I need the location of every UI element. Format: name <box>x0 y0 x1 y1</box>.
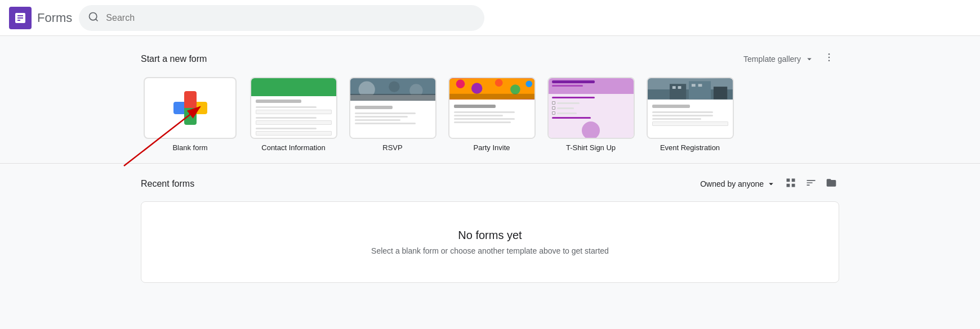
party-thumb <box>448 77 536 139</box>
empty-state: No forms yet Select a blank form or choo… <box>141 201 839 283</box>
party-image <box>449 78 534 100</box>
expand-icon <box>804 54 814 64</box>
new-form-section: Start a new form Template gallery <box>96 49 884 152</box>
logo-icon <box>9 7 32 29</box>
template-contact[interactable]: Contact Information <box>248 77 338 152</box>
svg-point-15 <box>525 80 532 87</box>
template-event[interactable]: Event Registration <box>645 77 735 152</box>
event-image <box>648 78 733 100</box>
tshirt-label: T-Shirt Sign Up <box>566 143 616 152</box>
party-label: Party Invite <box>473 143 510 152</box>
svg-point-12 <box>471 83 482 93</box>
owned-by-label: Owned by anyone <box>700 179 764 188</box>
section-divider <box>0 163 980 164</box>
search-container <box>79 5 484 31</box>
blank-form-label: Blank form <box>172 143 207 152</box>
svg-point-7 <box>389 81 399 92</box>
sort-icon <box>805 177 817 188</box>
svg-rect-24 <box>691 84 695 87</box>
owned-by-button[interactable]: Owned by anyone <box>700 179 776 189</box>
plus-icon <box>173 91 207 125</box>
svg-rect-16 <box>449 94 534 100</box>
svg-point-13 <box>495 79 502 87</box>
forms-icon <box>14 11 27 25</box>
template-tshirt[interactable]: T-Shirt Sign Up <box>546 77 636 152</box>
more-vert-icon <box>823 52 835 63</box>
app-title: Forms <box>37 11 72 25</box>
event-thumb <box>647 77 734 139</box>
svg-line-1 <box>96 19 98 21</box>
search-input[interactable] <box>79 5 484 31</box>
grid-view-button[interactable] <box>783 175 799 192</box>
template-rsvp[interactable]: RSVP <box>348 77 438 152</box>
dropdown-icon <box>766 179 776 189</box>
tshirt-thumb <box>547 77 635 139</box>
rsvp-thumb <box>349 77 436 139</box>
main-content: Start a new form Template gallery <box>0 36 980 329</box>
svg-rect-23 <box>678 86 681 89</box>
svg-point-3 <box>828 57 830 58</box>
folder-icon <box>826 177 837 188</box>
svg-point-4 <box>828 60 830 62</box>
recent-title: Recent forms <box>141 179 194 189</box>
svg-rect-20 <box>689 81 711 99</box>
template-row: Blank form <box>141 77 839 152</box>
svg-rect-21 <box>713 87 727 99</box>
contact-thumb <box>250 77 337 139</box>
rsvp-label: RSVP <box>382 143 402 152</box>
empty-title: No forms yet <box>155 229 825 242</box>
recent-forms-section: Recent forms Owned by anyone <box>96 175 884 283</box>
search-icon <box>88 11 99 25</box>
view-icons <box>783 175 839 192</box>
template-gallery-button[interactable]: Template gallery <box>743 54 814 64</box>
contact-label: Contact Information <box>261 143 325 152</box>
sort-button[interactable] <box>803 175 819 192</box>
section-header: Start a new form Template gallery <box>141 49 839 68</box>
svg-point-11 <box>456 79 465 88</box>
template-gallery-label: Template gallery <box>743 55 801 64</box>
header-right-controls: Template gallery <box>743 49 839 68</box>
svg-point-2 <box>828 53 830 55</box>
svg-rect-22 <box>672 86 675 89</box>
event-label: Event Registration <box>660 143 720 152</box>
blank-form-thumb <box>144 77 237 139</box>
svg-rect-25 <box>698 84 702 87</box>
more-options-button[interactable] <box>819 49 839 68</box>
recent-header: Recent forms Owned by anyone <box>141 175 839 192</box>
svg-point-0 <box>90 12 97 20</box>
template-blank[interactable]: Blank form <box>141 77 239 152</box>
new-form-title: Start a new form <box>141 54 207 64</box>
grid-icon <box>785 177 796 188</box>
template-party[interactable]: Party Invite <box>447 77 537 152</box>
app-header: Forms <box>0 0 980 36</box>
svg-point-14 <box>510 84 520 94</box>
recent-controls: Owned by anyone <box>700 175 839 192</box>
app-logo[interactable]: Forms <box>9 7 72 29</box>
folder-button[interactable] <box>823 175 839 192</box>
empty-subtitle: Select a blank form or choose another te… <box>155 246 825 255</box>
